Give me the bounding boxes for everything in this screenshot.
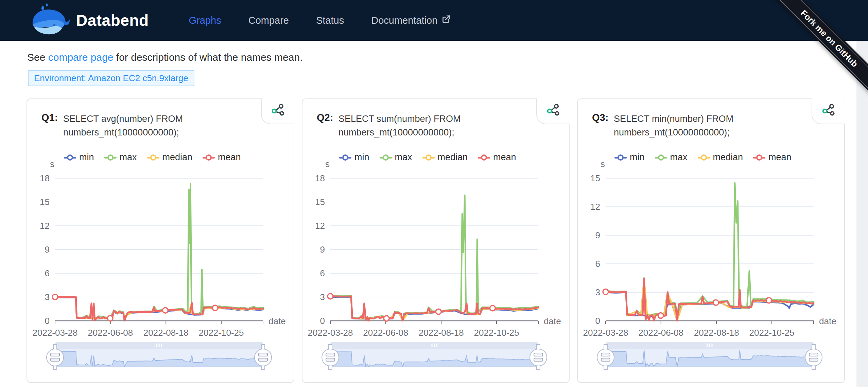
data-point-marker: [52, 294, 58, 300]
x-tick-label: 2022-03-28: [308, 328, 353, 338]
y-tick-label: 9: [45, 244, 50, 255]
chart-plot-q2[interactable]: 1815129630s2022-03-282022-06-082022-08-1…: [302, 160, 570, 384]
nav-link-documentation[interactable]: Documentation: [371, 15, 451, 26]
chart-card-q1: Q1: SELECT avg(number) FROM numbers_mt(1…: [27, 98, 294, 383]
y-tick-label: 3: [595, 287, 600, 297]
query-sql: SELECT min(number) FROM numbers_mt(10000…: [614, 112, 755, 139]
data-point-marker: [603, 289, 608, 295]
external-link-icon: [441, 15, 451, 26]
chart-header: Q2: SELECT sum(number) FROM numbers_mt(1…: [317, 112, 480, 139]
nav-link-documentation-label: Documentation: [371, 15, 437, 26]
chart-header: Q1: SELECT avg(number) FROM numbers_mt(1…: [41, 112, 205, 139]
databend-whale-logo-icon: [31, 3, 71, 38]
y-tick-label: 6: [595, 259, 600, 269]
chart-header: Q3: SELECT min(number) FROM numbers_mt(1…: [592, 112, 755, 139]
series-line-min: [606, 293, 814, 321]
intro-prefix: See: [27, 52, 48, 63]
y-axis-unit: s: [601, 160, 605, 169]
y-tick-label: 3: [320, 292, 325, 302]
y-tick-label: 12: [315, 221, 325, 231]
y-tick-label: 0: [45, 316, 50, 326]
chart-card-q3: Q3: SELECT min(number) FROM numbers_mt(1…: [577, 98, 845, 383]
x-tick-label: 2022-06-08: [638, 328, 683, 338]
query-label: Q3:: [592, 112, 614, 139]
series-line-mean: [330, 296, 538, 321]
y-tick-label: 12: [40, 221, 50, 231]
y-tick-label: 15: [590, 173, 600, 183]
query-sql: SELECT avg(number) FROM numbers_mt(10000…: [63, 112, 205, 139]
series-line-max: [55, 184, 263, 320]
y-tick-label: 18: [40, 173, 50, 183]
query-label: Q2:: [317, 112, 338, 139]
intro-suffix: for descriptions of what the names mean.: [114, 52, 303, 63]
y-tick-label: 9: [595, 230, 600, 240]
compare-page-link[interactable]: compare page: [48, 52, 114, 63]
series-line-max: [330, 195, 538, 320]
y-tick-label: 15: [40, 197, 50, 207]
x-tick-label: 2022-06-08: [363, 328, 408, 338]
x-tick-label: 2022-08-18: [419, 328, 464, 338]
data-point-marker: [490, 306, 495, 311]
share-icon: [546, 103, 560, 119]
series-line-max: [606, 183, 814, 320]
series-line-mean: [55, 297, 263, 321]
nav-link-status[interactable]: Status: [316, 15, 344, 26]
data-point-marker: [328, 294, 333, 299]
y-tick-label: 9: [320, 244, 325, 255]
chart-card-q2: Q2: SELECT sum(number) FROM numbers_mt(1…: [302, 98, 570, 383]
navbar: Databend Graphs Compare Status Documenta…: [0, 0, 868, 41]
chart-plot-q3[interactable]: 15129630s2022-03-282022-06-082022-08-182…: [578, 160, 846, 384]
chart-plot-q1[interactable]: 1815129630s2022-03-282022-06-082022-08-1…: [27, 160, 295, 384]
github-ribbon[interactable]: Fork me on GitHub: [766, 0, 868, 102]
data-point-marker: [212, 305, 218, 311]
brand[interactable]: Databend: [31, 3, 149, 38]
environment-badge: Environment: Amazon EC2 c5n.9xlarge: [28, 70, 194, 86]
x-tick-label: 2022-03-28: [33, 328, 78, 338]
data-point-marker: [713, 300, 718, 305]
data-point-marker: [107, 316, 113, 321]
x-tick-label: 2022-08-18: [694, 328, 739, 338]
share-button[interactable]: [536, 98, 570, 124]
x-tick-label: 2022-10-25: [749, 328, 794, 338]
nav-link-graphs[interactable]: Graphs: [189, 15, 221, 26]
y-tick-label: 18: [315, 173, 325, 183]
share-button[interactable]: [261, 98, 294, 124]
data-point-marker: [162, 308, 168, 313]
y-tick-label: 6: [320, 268, 325, 278]
y-tick-label: 0: [595, 316, 600, 326]
y-tick-label: 6: [45, 268, 50, 278]
x-axis-name: date: [544, 316, 561, 326]
x-tick-label: 2022-10-25: [198, 328, 244, 338]
y-tick-label: 3: [45, 292, 50, 302]
query-label: Q1:: [41, 112, 63, 139]
y-axis-unit: s: [50, 160, 54, 169]
data-point-marker: [658, 313, 663, 318]
y-tick-label: 15: [315, 197, 325, 207]
x-tick-label: 2022-08-18: [143, 328, 189, 338]
data-point-marker: [436, 309, 441, 314]
data-point-marker: [766, 298, 771, 303]
github-ribbon-label: Fork me on GitHub: [767, 0, 868, 100]
x-tick-label: 2022-03-28: [583, 328, 628, 338]
page: Databend Graphs Compare Status Documenta…: [0, 0, 868, 387]
x-tick-label: 2022-06-08: [88, 328, 133, 338]
intro-text: See compare page for descriptions of wha…: [27, 52, 302, 63]
x-tick-label: 2022-10-25: [474, 328, 519, 338]
github-ribbon-wrap: Fork me on GitHub: [756, 0, 868, 112]
nav-links: Graphs Compare Status Documentation: [189, 15, 451, 26]
brand-name: Databend: [76, 11, 149, 30]
y-axis-unit: s: [325, 160, 330, 169]
data-point-marker: [384, 316, 389, 321]
nav-link-compare[interactable]: Compare: [248, 15, 289, 26]
y-tick-label: 0: [320, 316, 325, 326]
x-axis-name: date: [268, 316, 286, 326]
share-icon: [271, 103, 285, 119]
query-sql: SELECT sum(number) FROM numbers_mt(10000…: [338, 112, 480, 139]
x-axis-name: date: [819, 316, 836, 326]
y-tick-label: 12: [590, 202, 600, 212]
